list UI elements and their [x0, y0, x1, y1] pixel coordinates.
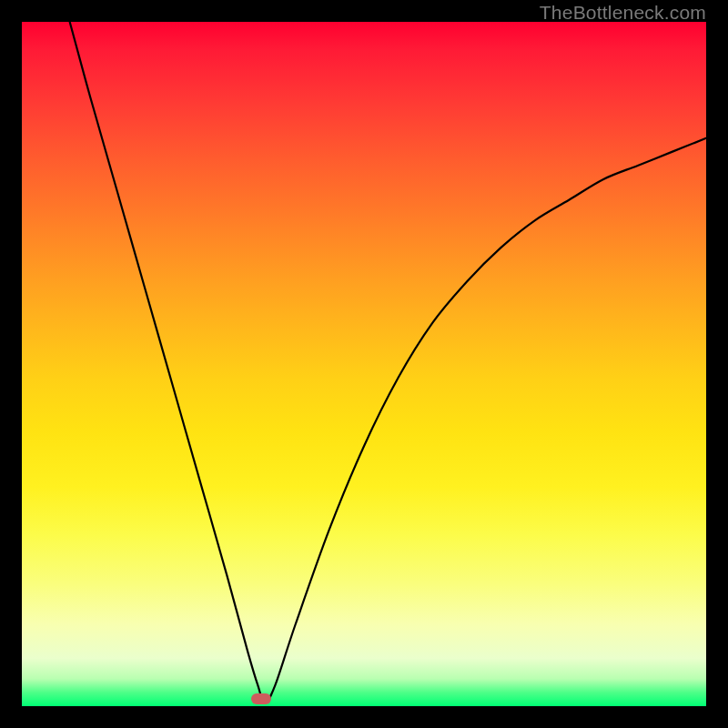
chart-area [22, 22, 706, 706]
sweet-spot-marker [251, 693, 271, 704]
watermark-text: TheBottleneck.com [540, 2, 706, 24]
curve-path [70, 22, 706, 703]
bottleneck-curve [22, 22, 706, 706]
